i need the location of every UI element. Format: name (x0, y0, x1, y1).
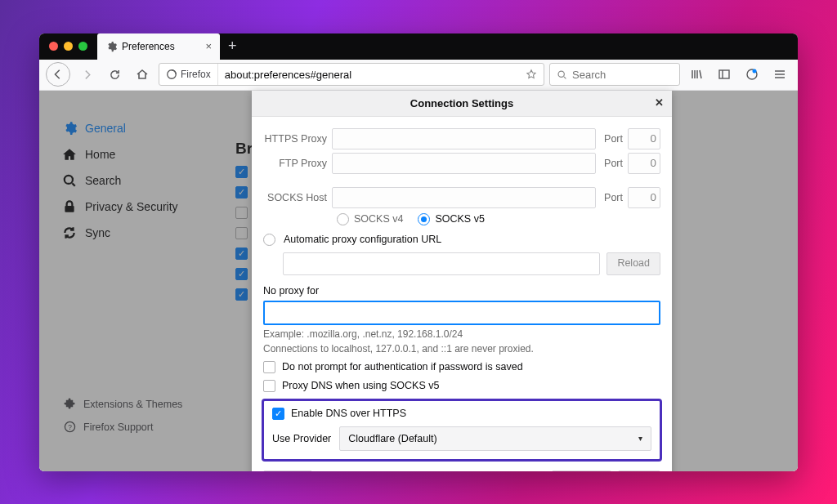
no-proxy-label: No proxy for (263, 285, 660, 297)
ftp-proxy-label: FTP Proxy (263, 158, 327, 169)
gear-icon (105, 41, 117, 52)
socks-host-label: SOCKS Host (263, 192, 327, 203)
reload-button[interactable] (103, 63, 126, 86)
profile-icon[interactable] (741, 63, 763, 86)
dialog-title: Connection Settings (410, 97, 513, 109)
connection-settings-dialog: Connection Settings ✕ HTTPS Proxy Port F… (252, 91, 672, 471)
sidebars-icon[interactable] (713, 63, 736, 86)
no-proxy-example: Example: .mozilla.org, .net.nz, 192.168.… (263, 328, 660, 340)
https-proxy-input[interactable] (332, 128, 596, 149)
search-placeholder: Search (572, 69, 606, 81)
svg-rect-2 (719, 70, 729, 78)
dialog-close-icon[interactable]: ✕ (655, 96, 664, 109)
https-proxy-label: HTTPS Proxy (263, 133, 327, 145)
proxy-dns-socks5-checkbox[interactable] (263, 380, 275, 392)
identity-label: Firefox (181, 69, 211, 80)
auto-config-radio[interactable] (263, 234, 275, 246)
back-button[interactable] (46, 62, 70, 87)
https-port-input[interactable] (628, 128, 660, 149)
port-label: Port (604, 192, 623, 203)
maximize-window-button[interactable] (78, 42, 87, 51)
proxy-dns-socks5-label: Proxy DNS when using SOCKS v5 (282, 380, 439, 391)
use-provider-label: Use Provider (272, 433, 331, 444)
ftp-port-input[interactable] (628, 153, 660, 174)
chevron-down-icon: ▾ (638, 434, 642, 443)
svg-point-1 (558, 71, 564, 77)
tabbar: Preferences × + (39, 33, 798, 60)
ftp-proxy-input[interactable] (332, 153, 596, 174)
socks-host-input[interactable] (332, 187, 596, 208)
tab-title: Preferences (122, 41, 175, 52)
menu-icon[interactable] (768, 63, 791, 86)
help-button[interactable]: Help (263, 471, 312, 471)
library-icon[interactable] (685, 63, 708, 86)
dialog-header: Connection Settings ✕ (252, 91, 672, 117)
minimize-window-button[interactable] (64, 42, 73, 51)
no-prompt-auth-checkbox[interactable] (263, 361, 275, 373)
svg-point-4 (753, 69, 757, 74)
enable-doh-label: Enable DNS over HTTPS (291, 408, 406, 419)
socks-v4-label: SOCKS v4 (354, 213, 403, 225)
socks-v5-radio[interactable] (418, 213, 430, 225)
bookmark-star-icon[interactable] (519, 69, 544, 80)
navbar: Firefox about:preferences#general Search (39, 60, 798, 91)
cancel-button[interactable]: Cancel (552, 471, 611, 471)
provider-select[interactable]: Cloudflare (Default) ▾ (339, 426, 651, 451)
no-proxy-input[interactable] (263, 301, 660, 325)
search-bar[interactable]: Search (549, 63, 680, 86)
enable-doh-checkbox[interactable] (272, 408, 284, 420)
dns-over-https-highlight: Enable DNS over HTTPS Use Provider Cloud… (262, 399, 662, 462)
socks-v5-label: SOCKS v5 (435, 213, 484, 225)
no-prompt-auth-label: Do not prompt for authentication if pass… (282, 361, 523, 372)
ok-button[interactable]: OK (618, 471, 660, 471)
localhost-note: Connections to localhost, 127.0.0.1, and… (263, 343, 660, 355)
home-button[interactable] (131, 63, 154, 86)
tab-close-icon[interactable]: × (205, 40, 212, 52)
port-label: Port (604, 158, 623, 169)
auto-config-url-input[interactable] (283, 252, 600, 275)
provider-value: Cloudflare (Default) (348, 433, 436, 444)
close-window-button[interactable] (49, 42, 58, 51)
tab-preferences[interactable]: Preferences × (97, 33, 220, 60)
auto-config-label: Automatic proxy configuration URL (284, 234, 441, 245)
window-controls (39, 42, 97, 51)
new-tab-button[interactable]: + (220, 38, 245, 55)
url-bar[interactable]: Firefox about:preferences#general (159, 63, 544, 86)
url-text: about:preferences#general (218, 69, 519, 81)
firefox-icon (166, 69, 177, 80)
forward-button[interactable] (75, 63, 98, 86)
reload-button[interactable]: Reload (606, 252, 660, 275)
port-label: Port (604, 133, 623, 145)
search-icon (557, 69, 567, 80)
socks-port-input[interactable] (628, 187, 660, 208)
socks-v4-radio[interactable] (337, 213, 349, 225)
